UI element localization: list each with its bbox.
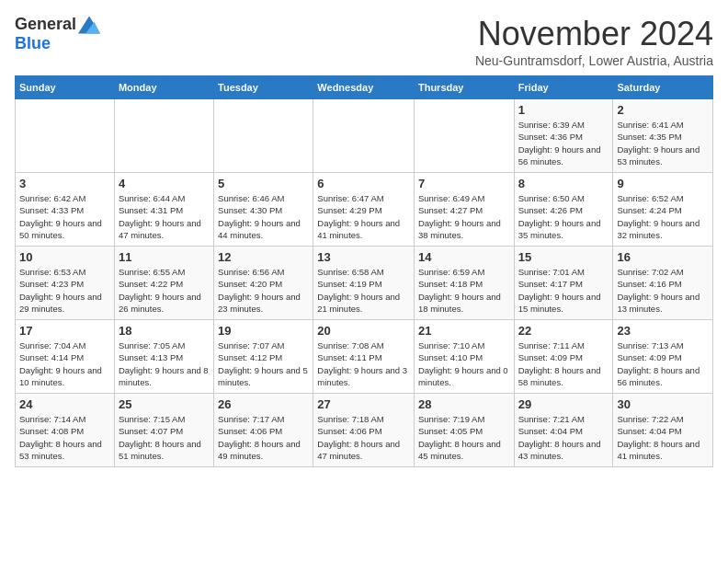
day-number: 27 — [317, 397, 410, 411]
calendar-week-2: 3Sunrise: 6:42 AM Sunset: 4:33 PM Daylig… — [16, 173, 713, 247]
day-info: Sunrise: 6:42 AM Sunset: 4:33 PM Dayligh… — [19, 192, 110, 241]
calendar-cell: 14Sunrise: 6:59 AM Sunset: 4:18 PM Dayli… — [414, 247, 514, 320]
day-info: Sunrise: 6:41 AM Sunset: 4:35 PM Dayligh… — [617, 119, 709, 167]
header-row: Sunday Monday Tuesday Wednesday Thursday… — [16, 76, 713, 99]
calendar-cell: 25Sunrise: 7:15 AM Sunset: 4:07 PM Dayli… — [114, 394, 213, 467]
header-thursday: Thursday — [414, 76, 514, 99]
day-number: 24 — [19, 397, 110, 411]
calendar-cell: 20Sunrise: 7:08 AM Sunset: 4:11 PM Dayli… — [313, 320, 415, 394]
day-info: Sunrise: 7:17 AM Sunset: 4:06 PM Dayligh… — [218, 413, 309, 462]
calendar-cell: 2Sunrise: 6:41 AM Sunset: 4:35 PM Daylig… — [613, 99, 713, 173]
calendar-header: Sunday Monday Tuesday Wednesday Thursday… — [16, 76, 713, 99]
day-number: 2 — [617, 103, 709, 117]
day-number: 5 — [218, 177, 309, 190]
logo-icon — [78, 16, 100, 34]
calendar-cell: 28Sunrise: 7:19 AM Sunset: 4:05 PM Dayli… — [414, 394, 514, 467]
location-subtitle: Neu-Guntramsdorf, Lower Austria, Austria — [475, 53, 713, 68]
calendar-week-3: 10Sunrise: 6:53 AM Sunset: 4:23 PM Dayli… — [16, 247, 713, 320]
day-info: Sunrise: 7:19 AM Sunset: 4:05 PM Dayligh… — [418, 413, 510, 462]
day-number: 26 — [218, 397, 309, 411]
day-number: 30 — [617, 397, 709, 411]
header-tuesday: Tuesday — [214, 76, 313, 99]
calendar-cell: 8Sunrise: 6:50 AM Sunset: 4:26 PM Daylig… — [514, 173, 613, 247]
day-info: Sunrise: 6:56 AM Sunset: 4:20 PM Dayligh… — [218, 266, 309, 315]
day-info: Sunrise: 7:11 AM Sunset: 4:09 PM Dayligh… — [518, 339, 609, 388]
calendar-cell: 18Sunrise: 7:05 AM Sunset: 4:13 PM Dayli… — [114, 320, 213, 394]
day-info: Sunrise: 6:52 AM Sunset: 4:24 PM Dayligh… — [617, 192, 709, 241]
calendar-cell — [214, 99, 313, 173]
calendar-body: 1Sunrise: 6:39 AM Sunset: 4:36 PM Daylig… — [16, 99, 713, 467]
day-number: 20 — [317, 324, 410, 338]
calendar-week-4: 17Sunrise: 7:04 AM Sunset: 4:14 PM Dayli… — [16, 320, 713, 394]
calendar-table: Sunday Monday Tuesday Wednesday Thursday… — [15, 75, 713, 467]
day-number: 14 — [418, 250, 510, 264]
calendar-cell — [16, 99, 115, 173]
day-info: Sunrise: 7:08 AM Sunset: 4:11 PM Dayligh… — [317, 339, 410, 388]
day-number: 9 — [617, 177, 709, 190]
day-info: Sunrise: 7:10 AM Sunset: 4:10 PM Dayligh… — [418, 339, 510, 388]
logo: General Blue — [15, 15, 100, 53]
day-number: 7 — [418, 177, 510, 190]
header-friday: Friday — [514, 76, 613, 99]
day-number: 10 — [19, 250, 110, 264]
calendar-cell: 1Sunrise: 6:39 AM Sunset: 4:36 PM Daylig… — [514, 99, 613, 173]
day-number: 6 — [317, 177, 410, 190]
header-wednesday: Wednesday — [313, 76, 415, 99]
day-number: 1 — [518, 103, 609, 117]
day-number: 3 — [19, 177, 110, 190]
calendar-cell: 21Sunrise: 7:10 AM Sunset: 4:10 PM Dayli… — [414, 320, 514, 394]
day-info: Sunrise: 7:07 AM Sunset: 4:12 PM Dayligh… — [218, 339, 309, 388]
calendar-cell — [114, 99, 213, 173]
day-info: Sunrise: 6:59 AM Sunset: 4:18 PM Dayligh… — [418, 266, 510, 315]
page-header: General Blue November 2024 Neu-Guntramsd… — [15, 15, 713, 68]
day-info: Sunrise: 7:21 AM Sunset: 4:04 PM Dayligh… — [518, 413, 609, 462]
calendar-cell: 13Sunrise: 6:58 AM Sunset: 4:19 PM Dayli… — [313, 247, 415, 320]
day-number: 17 — [19, 324, 110, 338]
day-info: Sunrise: 6:50 AM Sunset: 4:26 PM Dayligh… — [518, 192, 609, 241]
day-number: 28 — [418, 397, 510, 411]
calendar-cell: 30Sunrise: 7:22 AM Sunset: 4:04 PM Dayli… — [613, 394, 713, 467]
header-monday: Monday — [114, 76, 213, 99]
calendar-cell: 10Sunrise: 6:53 AM Sunset: 4:23 PM Dayli… — [16, 247, 115, 320]
day-number: 18 — [119, 324, 210, 338]
calendar-cell: 4Sunrise: 6:44 AM Sunset: 4:31 PM Daylig… — [114, 173, 213, 247]
day-number: 8 — [518, 177, 609, 190]
calendar-cell — [414, 99, 514, 173]
calendar-week-1: 1Sunrise: 6:39 AM Sunset: 4:36 PM Daylig… — [16, 99, 713, 173]
calendar-cell: 16Sunrise: 7:02 AM Sunset: 4:16 PM Dayli… — [613, 247, 713, 320]
calendar-cell: 23Sunrise: 7:13 AM Sunset: 4:09 PM Dayli… — [613, 320, 713, 394]
day-info: Sunrise: 7:18 AM Sunset: 4:06 PM Dayligh… — [317, 413, 410, 462]
calendar-cell: 29Sunrise: 7:21 AM Sunset: 4:04 PM Dayli… — [514, 394, 613, 467]
day-info: Sunrise: 7:01 AM Sunset: 4:17 PM Dayligh… — [518, 266, 609, 315]
header-sunday: Sunday — [16, 76, 115, 99]
calendar-cell: 19Sunrise: 7:07 AM Sunset: 4:12 PM Dayli… — [214, 320, 313, 394]
calendar-cell: 9Sunrise: 6:52 AM Sunset: 4:24 PM Daylig… — [613, 173, 713, 247]
day-number: 16 — [617, 250, 709, 264]
calendar-cell: 17Sunrise: 7:04 AM Sunset: 4:14 PM Dayli… — [16, 320, 115, 394]
calendar-cell: 24Sunrise: 7:14 AM Sunset: 4:08 PM Dayli… — [16, 394, 115, 467]
logo-blue: Blue — [15, 34, 51, 53]
month-title: November 2024 — [475, 15, 713, 53]
calendar-cell: 27Sunrise: 7:18 AM Sunset: 4:06 PM Dayli… — [313, 394, 415, 467]
day-info: Sunrise: 6:55 AM Sunset: 4:22 PM Dayligh… — [119, 266, 210, 315]
day-number: 13 — [317, 250, 410, 264]
day-number: 12 — [218, 250, 309, 264]
day-number: 11 — [119, 250, 210, 264]
day-info: Sunrise: 6:44 AM Sunset: 4:31 PM Dayligh… — [119, 192, 210, 241]
day-info: Sunrise: 7:05 AM Sunset: 4:13 PM Dayligh… — [119, 339, 210, 388]
day-info: Sunrise: 6:46 AM Sunset: 4:30 PM Dayligh… — [218, 192, 309, 241]
day-number: 4 — [119, 177, 210, 190]
calendar-cell: 12Sunrise: 6:56 AM Sunset: 4:20 PM Dayli… — [214, 247, 313, 320]
day-number: 21 — [418, 324, 510, 338]
title-section: November 2024 Neu-Guntramsdorf, Lower Au… — [475, 15, 713, 68]
day-info: Sunrise: 7:02 AM Sunset: 4:16 PM Dayligh… — [617, 266, 709, 315]
day-number: 23 — [617, 324, 709, 338]
logo-general: General — [15, 15, 76, 34]
day-number: 29 — [518, 397, 609, 411]
calendar-cell: 26Sunrise: 7:17 AM Sunset: 4:06 PM Dayli… — [214, 394, 313, 467]
day-info: Sunrise: 6:53 AM Sunset: 4:23 PM Dayligh… — [19, 266, 110, 315]
day-info: Sunrise: 6:58 AM Sunset: 4:19 PM Dayligh… — [317, 266, 410, 315]
calendar-cell: 22Sunrise: 7:11 AM Sunset: 4:09 PM Dayli… — [514, 320, 613, 394]
calendar-cell: 11Sunrise: 6:55 AM Sunset: 4:22 PM Dayli… — [114, 247, 213, 320]
calendar-cell: 7Sunrise: 6:49 AM Sunset: 4:27 PM Daylig… — [414, 173, 514, 247]
